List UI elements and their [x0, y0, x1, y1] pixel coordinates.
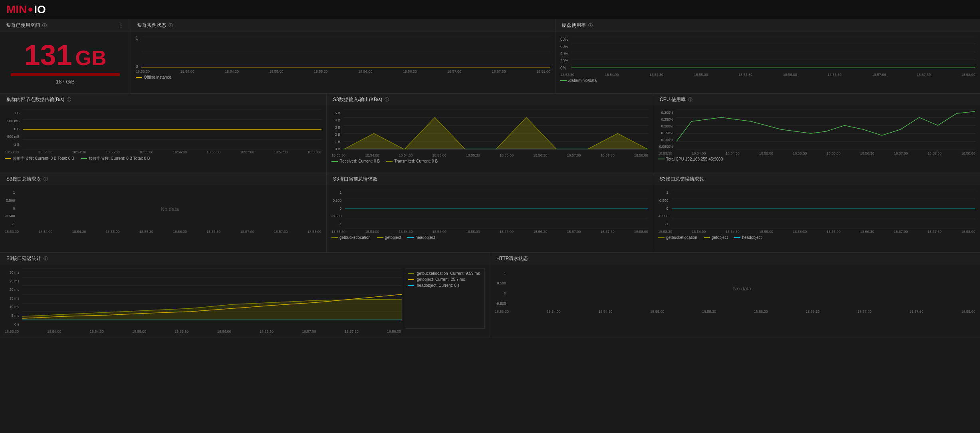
s3-error-label: S3接口总错误请求数 [660, 176, 704, 183]
s3-current-svg [345, 189, 648, 229]
disk-usage-chart: 80%60%40%20%0% 18:53:3018:54:0018:54:301… [555, 32, 980, 93]
cluster-instance-chart: 1 0 18:53:3018:54:0018:54:3018:55:0018:5… [131, 32, 555, 93]
cluster-capacity-info-icon[interactable]: ⓘ [42, 22, 47, 28]
cpu-usage-chart: 0.300%0.250%0.200%0.150%0.100%0.0500% 18… [653, 105, 980, 173]
s3-io-legend-trans: Transmited: Current: 0 B [386, 159, 438, 163]
s3-error-svg [672, 189, 975, 229]
s3-io-chart: 5 B4 B3 B2 B1 B0 B 18:53:3018: [327, 105, 653, 173]
logo-text-white: IO [34, 3, 46, 16]
latency-legend-getbucket: getbucketlocation Current: 9.59 ms [408, 271, 482, 276]
internal-transfer-svg [23, 109, 321, 149]
s3-io-info[interactable]: ⓘ [385, 97, 389, 103]
s3-latency-chart: 30 ms25 ms20 ms15 ms10 ms5 ms0 s [0, 264, 490, 338]
disk-usage-label: 硬盘使用率 [562, 22, 586, 29]
s3-total-no-data: No data [149, 194, 191, 224]
s3-io-label: S3数据输入/输出(KB/s) [333, 96, 382, 103]
http-status-label: HTTP请求状态 [496, 255, 528, 262]
logo: MIN IO [6, 3, 46, 16]
logo-text-red: MIN [6, 3, 27, 16]
cpu-info[interactable]: ⓘ [688, 97, 692, 103]
s3-err-legend-2: getobject [704, 235, 728, 240]
internal-transfer-chart: 1 B500 mB0 B-500 mB-1 B 18:53:3018:54:00… [0, 105, 327, 173]
s3-latency-svg [22, 268, 402, 320]
cpu-svg [676, 109, 975, 149]
s3-total-label: S3接口总请求次 [6, 176, 41, 183]
cluster-capacity-menu[interactable]: ⋮ [118, 22, 124, 29]
s3-current-chart: 10.5000-0.500-1 18:53:3018:54:0018:54:30… [327, 185, 653, 252]
s3-curr-legend-2: getobject [377, 235, 401, 240]
internal-transfer-label: 集群内部节点数据传输(B/s) [6, 96, 64, 103]
s3-error-chart: 10.5000-0.500-1 18:53:3018:54:0018:54:30… [653, 185, 980, 252]
instance-legend-offline: Offline instance [136, 75, 171, 79]
s3-err-legend-1: getbucketlocation [658, 235, 697, 240]
disk-legend: /data/minio/data [560, 78, 597, 83]
cluster-capacity-label: 集群已使用空间 [6, 22, 40, 29]
cpu-label: CPU 使用率 [660, 96, 686, 103]
internal-transfer-info[interactable]: ⓘ [67, 97, 71, 103]
latency-legend-getobject: getobject Current: 25.7 ms [408, 277, 482, 282]
disk-legend-label: /data/minio/data [568, 78, 597, 83]
cpu-legend: Total CPU 192.168.255.45:9000 [658, 157, 723, 161]
latency-legend-headobject: headobject Current: 0 s [408, 283, 482, 288]
app-layout: MIN IO 集群已使用空间 ⓘ ⋮ 集群实例状态 ⓘ 硬盘使用率 ⓘ [0, 0, 980, 338]
header: MIN IO [0, 0, 980, 19]
s3-total-chart: 10.5000-0.500-1 No data 18:53:3018:54:00… [0, 185, 327, 252]
instance-status-svg [141, 36, 550, 68]
capacity-big-number: 131 [24, 41, 72, 70]
capacity-size: 187 GiB [56, 79, 75, 85]
disk-usage-svg [571, 36, 975, 68]
s3-latency-label: S3接口延迟统计 [6, 255, 41, 262]
http-status-chart: 10.5000-0.500 No data 18:53:3018:54:0018… [490, 264, 980, 338]
s3-io-svg [343, 109, 648, 149]
s3-latency-info[interactable]: ⓘ [44, 256, 48, 262]
logo-dot [28, 8, 32, 12]
s3-current-label: S3接口当前总请求数 [333, 176, 377, 183]
cluster-instance-info[interactable]: ⓘ [169, 22, 173, 28]
cluster-instance-label: 集群实例状态 [137, 22, 166, 29]
s3-total-info[interactable]: ⓘ [44, 176, 48, 182]
instance-legend-label: Offline instance [144, 75, 171, 79]
capacity-unit: GB [75, 46, 107, 70]
s3-curr-legend-1: getbucketlocation [331, 235, 371, 240]
s3-curr-legend-3: headobject [407, 235, 435, 240]
transfer-legend-tx: 传输字节数: Current: 0 B Total: 0 B [5, 156, 74, 161]
s3-err-legend-3: headobject [734, 235, 762, 240]
disk-usage-info[interactable]: ⓘ [588, 22, 593, 28]
transfer-legend-rx: 接收字节数: Current: 0 B Total: 0 B [81, 156, 150, 161]
s3-io-legend-recv: Received: Current: 0 B [331, 159, 380, 163]
http-status-no-data: No data [721, 274, 764, 304]
